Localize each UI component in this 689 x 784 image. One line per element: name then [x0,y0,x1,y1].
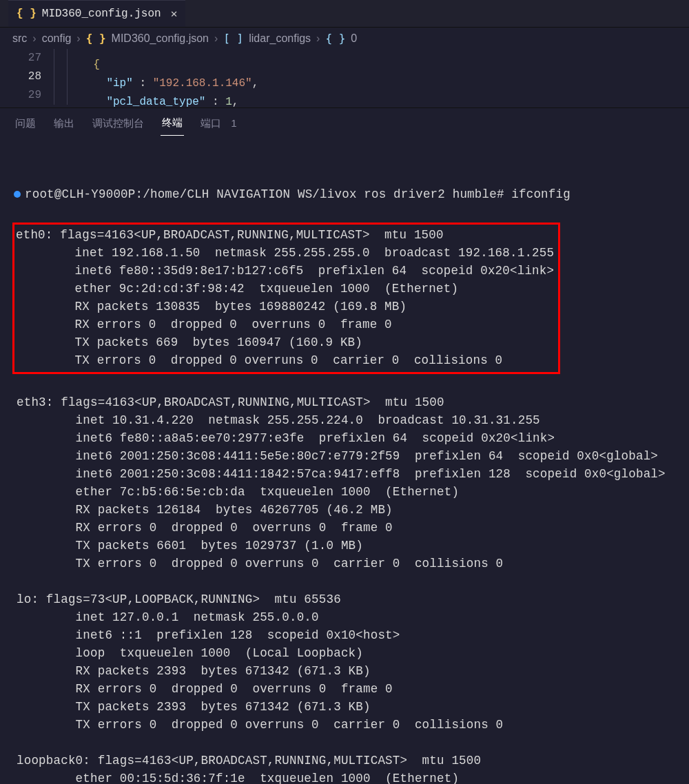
terminal-line: TX errors 0 dropped 0 overruns 0 carrier… [16,351,554,369]
indent-guide [54,68,67,86]
code-content[interactable]: "ip" : "192.168.1.146", [54,68,258,86]
terminal-line: inet6 fe80::a8a5:ee70:2977:e3fe prefixle… [17,429,689,447]
modified-indicator-dot [14,191,21,198]
terminal-line: RX errors 0 dropped 0 overruns 0 frame 0 [17,680,689,698]
terminal-line: TX packets 669 bytes 160947 (160.9 KB) [16,333,554,351]
close-tab-icon[interactable]: ✕ [171,7,178,21]
json-file-icon: { } [86,32,106,45]
line-number: 27 [0,49,54,68]
panel-tab-problems[interactable]: 问题 [14,114,37,136]
terminal-line: ether 9c:2d:cd:3f:98:42 txqueuelen 1000 … [16,280,554,298]
token: : [205,96,225,108]
terminal-line: eth0: flags=4163<UP,BROADCAST,RUNNING,MU… [16,226,554,244]
chevron-right-icon: › [76,32,80,45]
chevron-right-icon: › [316,32,320,45]
terminal-line: RX packets 130835 bytes 169880242 (169.8… [16,298,554,316]
terminal-line: eth3: flags=4163<UP,BROADCAST,RUNNING,MU… [17,393,689,411]
terminal-line: TX packets 6601 bytes 1029737 (1.0 MB) [17,537,689,555]
breadcrumb-part[interactable]: src [12,32,27,45]
indent-guide [67,86,80,105]
terminal-line: inet 10.31.4.220 netmask 255.255.224.0 b… [17,411,689,429]
code-line[interactable]: 27 { [0,49,689,68]
indent-guide [54,49,67,68]
indent-guide [67,68,80,86]
panel-tab-debug-console[interactable]: 调试控制台 [91,114,145,136]
token: "pcl_data_type" [106,96,205,108]
editor-tab[interactable]: { } MID360_config.json ✕ [8,0,185,27]
code-line[interactable]: 29 "pcl_data_type" : 1, [0,86,689,105]
terminal-line: inet6 ::1 prefixlen 128 scopeid 0x10<hos… [17,626,689,644]
terminal-prompt: root@CLH-Y9000P:/home/CLH NAVIGATION WS/… [25,187,570,201]
code-content[interactable]: "pcl_data_type" : 1, [54,86,238,105]
code-line[interactable]: 28 "ip" : "192.168.1.146", [0,68,689,86]
terminal-line: ether 00:15:5d:36:7f:1e txqueuelen 1000 … [17,770,689,784]
code-editor[interactable]: 27 {28 "ip" : "192.168.1.146",29 "pcl_da… [0,49,689,107]
indent-guide [54,86,67,105]
terminal-prompt-line: root@CLH-Y9000P:/home/CLH NAVIGATION WS/… [17,185,689,203]
panel-tab-ports[interactable]: 端口 1 [199,114,238,136]
breadcrumb-part[interactable]: MID360_config.json [112,32,209,45]
panel-tab-bar: 问题 输出 调试控制台 终端 端口 1 [0,107,689,136]
terminal-line: loop txqueuelen 1000 (Local Loopback) [17,644,689,662]
panel-tab-terminal[interactable]: 终端 [161,114,184,136]
terminal-line: loopback0: flags=4163<UP,BROADCAST,RUNNI… [17,752,689,770]
line-number: 28 [0,68,54,86]
panel-tab-ports-label: 端口 [200,117,221,129]
line-number: 29 [0,86,54,105]
terminal-line: inet6 2001:250:3c08:4411:1842:57ca:9417:… [17,465,689,483]
terminal-line: TX errors 0 dropped 0 overruns 0 carrier… [17,716,689,734]
tab-filename: MID360_config.json [42,8,161,20]
terminal-output[interactable]: root@CLH-Y9000P:/home/CLH NAVIGATION WS/… [0,136,689,784]
terminal-line [17,375,689,393]
terminal-line [17,572,689,590]
object-icon: { } [325,32,345,45]
breadcrumb-part[interactable]: config [42,32,72,45]
terminal-line: inet 127.0.0.1 netmask 255.0.0.0 [17,608,689,626]
array-icon: [ ] [223,32,243,45]
chevron-right-icon: › [214,32,218,45]
tab-bar-leading [0,0,8,27]
breadcrumb[interactable]: src › config › { } MID360_config.json › … [0,28,689,49]
terminal-line [17,734,689,752]
terminal-line: inet 192.168.1.50 netmask 255.255.255.0 … [16,244,554,262]
editor-tab-bar: { } MID360_config.json ✕ [0,0,689,28]
ports-count: 1 [231,117,236,129]
token: , [232,96,239,108]
terminal-line: RX errors 0 dropped 0 overruns 0 frame 0 [17,519,689,537]
terminal-line: RX packets 126184 bytes 46267705 (46.2 M… [17,501,689,519]
code-content[interactable]: { [54,49,100,68]
terminal-line: TX packets 2393 bytes 671342 (671.3 KB) [17,698,689,716]
highlight-box: eth0: flags=4163<UP,BROADCAST,RUNNING,MU… [12,223,560,374]
json-file-icon: { } [17,8,37,20]
terminal-line: lo: flags=73<UP,LOOPBACK,RUNNING> mtu 65… [17,590,689,608]
chevron-right-icon: › [32,32,36,45]
panel-tab-output[interactable]: 输出 [52,114,76,136]
token: 1 [225,96,232,108]
terminal-line: RX errors 0 dropped 0 overruns 0 frame 0 [16,316,554,333]
terminal-line: inet6 fe80::35d9:8e17:b127:c6f5 prefixle… [16,262,554,280]
breadcrumb-part[interactable]: 0 [351,32,357,45]
terminal-line: RX packets 2393 bytes 671342 (671.3 KB) [17,662,689,680]
terminal-line: ether 7c:b5:66:5e:cb:da txqueuelen 1000 … [17,483,689,501]
terminal-line: TX errors 0 dropped 0 overruns 0 carrier… [17,555,689,572]
token: , [252,77,259,90]
terminal-line: inet6 2001:250:3c08:4411:5e5e:80c7:e779:… [17,447,689,465]
breadcrumb-part[interactable]: lidar_configs [249,32,311,45]
indent-guide [67,49,80,68]
